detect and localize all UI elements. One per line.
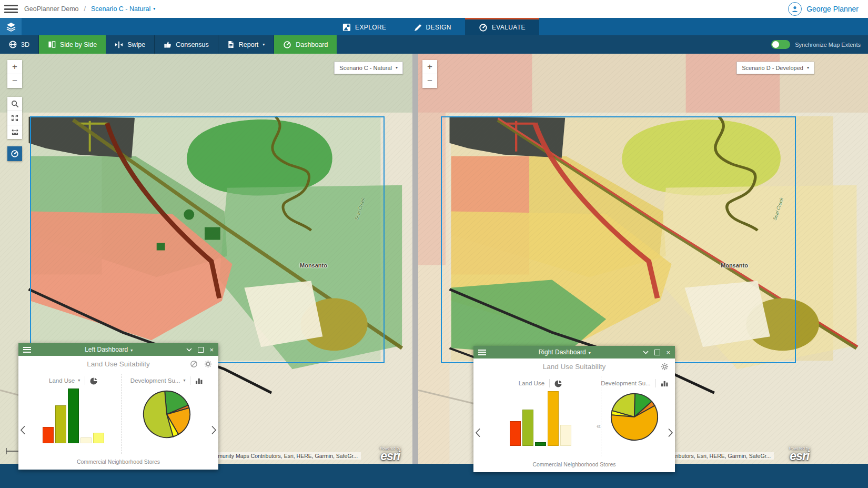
tab-evaluate[interactable]: EVALUATE bbox=[465, 18, 539, 35]
carousel-collapse-icon[interactable]: « bbox=[597, 422, 601, 430]
chevron-down-icon: ▾ bbox=[130, 348, 133, 353]
land-use-widget: Land Use bbox=[480, 374, 601, 459]
tab-design-label: DESIGN bbox=[426, 24, 451, 31]
left-map-tools bbox=[7, 97, 22, 139]
person-icon bbox=[791, 5, 799, 13]
development-suitability-pie-chart bbox=[610, 392, 659, 442]
evaluate-toolbar: 3D Side by Side Swipe Consensus Report ▾… bbox=[0, 35, 868, 54]
right-zoom-controls: + − bbox=[422, 60, 437, 88]
measure-icon bbox=[11, 128, 19, 136]
panel-menu-icon[interactable] bbox=[23, 347, 31, 353]
search-button[interactable] bbox=[7, 97, 22, 111]
widget-divider bbox=[122, 374, 122, 454]
measure-button[interactable] bbox=[7, 125, 22, 139]
layers-button[interactable] bbox=[0, 18, 22, 35]
carousel-next-icon[interactable] bbox=[211, 425, 217, 435]
esri-logo[interactable]: Powered by esri bbox=[380, 446, 401, 463]
tab-design[interactable]: DESIGN bbox=[400, 18, 465, 35]
chart-footer-label: Commercial Neighborhood Stores bbox=[18, 456, 218, 470]
right-panel-charts: Land Use « Development Su... bbox=[473, 374, 675, 459]
collapse-icon[interactable] bbox=[643, 351, 649, 354]
gauge-icon bbox=[11, 150, 19, 158]
land-use-bar-chart bbox=[43, 389, 104, 443]
carousel-prev-icon[interactable] bbox=[475, 428, 481, 437]
maximize-icon[interactable] bbox=[198, 347, 204, 353]
dashboard-toggle-button[interactable] bbox=[7, 146, 22, 161]
land-use-selector[interactable]: Land Use bbox=[519, 380, 544, 386]
chart-footer-label: Commercial Neighborhood Stores bbox=[473, 459, 675, 472]
tab-evaluate-label: EVALUATE bbox=[492, 24, 526, 31]
development-suitability-selector[interactable]: Development Su... bbox=[130, 377, 180, 384]
left-dashboard-title: Left Dashboard bbox=[85, 346, 128, 353]
hamburger-menu-icon[interactable] bbox=[4, 5, 18, 13]
tab-explore[interactable]: EXPLORE bbox=[329, 18, 400, 35]
chevron-down-icon: ▾ bbox=[153, 7, 155, 11]
swipe-button-label: Swipe bbox=[127, 41, 145, 48]
zoom-in-button[interactable]: + bbox=[422, 60, 437, 74]
left-zoom-controls: + − bbox=[7, 60, 22, 88]
land-use-widget: Land Use ▾ bbox=[25, 372, 122, 456]
bar-chart-icon[interactable] bbox=[195, 377, 203, 384]
development-suitability-widget: Development Su... bbox=[601, 374, 668, 459]
right-dashboard-header[interactable]: Right Dashboard▾ × bbox=[473, 346, 675, 358]
3d-button[interactable]: 3D bbox=[0, 35, 39, 54]
left-dashboard-title-menu[interactable]: Left Dashboard▾ bbox=[31, 346, 186, 353]
side-by-side-label: Side by Side bbox=[60, 41, 97, 48]
close-icon[interactable]: × bbox=[209, 346, 214, 353]
user-menu[interactable]: George Planner bbox=[788, 2, 868, 16]
scenario-breadcrumb-menu[interactable]: Scenario C - Natural ▾ bbox=[91, 5, 155, 13]
app-title: GeoPlanner Demo bbox=[24, 5, 79, 13]
carousel-prev-icon[interactable] bbox=[20, 425, 26, 435]
dashboard-button[interactable]: Dashboard bbox=[274, 35, 337, 54]
right-scenario-selector[interactable]: Scenario D - Developed ▾ bbox=[736, 62, 814, 74]
sync-extents-toggle[interactable] bbox=[771, 40, 790, 49]
esri-logo[interactable]: Powered by esri bbox=[789, 446, 810, 463]
left-panel-title-row: Land Use Suitability bbox=[18, 356, 218, 372]
left-dashboard-header[interactable]: Left Dashboard▾ × bbox=[18, 343, 218, 356]
globe-icon bbox=[9, 41, 17, 48]
consensus-button-label: Consensus bbox=[176, 41, 209, 48]
gauge-icon bbox=[479, 23, 488, 32]
right-panel-title-row: Land Use Suitability bbox=[473, 358, 675, 374]
right-dashboard-panel: Right Dashboard▾ × Land Use Suitability bbox=[473, 346, 675, 472]
close-icon[interactable]: × bbox=[666, 349, 670, 356]
development-suitability-selector[interactable]: Development Su... bbox=[601, 380, 651, 386]
place-label: Monsanto bbox=[721, 262, 748, 268]
bar-chart-icon[interactable] bbox=[661, 380, 669, 387]
zoom-out-button[interactable]: − bbox=[7, 74, 22, 88]
side-by-side-button[interactable]: Side by Side bbox=[39, 35, 106, 54]
full-extent-button[interactable] bbox=[7, 111, 22, 125]
development-suitability-widget: Development Su... ▾ bbox=[122, 372, 211, 456]
sync-extents-control: Synchronize Map Extents bbox=[771, 35, 868, 54]
esri-wordmark: esri bbox=[789, 450, 810, 462]
left-scenario-value: Scenario C - Natural bbox=[339, 65, 392, 71]
zoom-in-button[interactable]: + bbox=[7, 60, 22, 74]
land-use-selector[interactable]: Land Use bbox=[49, 377, 75, 384]
zoom-out-button[interactable]: − bbox=[422, 74, 437, 88]
map-pane-divider[interactable] bbox=[412, 54, 418, 464]
consensus-button[interactable]: Consensus bbox=[155, 35, 218, 54]
swipe-icon bbox=[115, 41, 123, 48]
pie-chart-icon[interactable] bbox=[90, 377, 98, 385]
left-dashboard-toggle bbox=[7, 146, 22, 161]
breadcrumb-separator: / bbox=[84, 5, 86, 13]
maximize-icon[interactable] bbox=[654, 350, 660, 355]
right-dashboard-title-menu[interactable]: Right Dashboard▾ bbox=[486, 348, 643, 356]
gear-icon[interactable] bbox=[204, 360, 212, 368]
layers-icon bbox=[6, 22, 16, 32]
carousel-next-icon[interactable] bbox=[668, 428, 673, 437]
pie-chart-icon[interactable] bbox=[554, 380, 562, 387]
dashboard-button-label: Dashboard bbox=[296, 41, 328, 48]
land-use-bar-chart bbox=[510, 391, 571, 446]
collapse-icon[interactable] bbox=[186, 348, 192, 352]
left-scenario-selector[interactable]: Scenario C - Natural ▾ bbox=[334, 62, 403, 74]
chevron-down-icon: ▾ bbox=[78, 379, 80, 383]
swipe-button[interactable]: Swipe bbox=[106, 35, 155, 54]
thumbs-up-icon bbox=[164, 41, 171, 48]
chart-group-title: Land Use Suitability bbox=[87, 360, 149, 368]
panel-menu-icon[interactable] bbox=[478, 350, 486, 355]
gear-icon[interactable] bbox=[661, 363, 669, 371]
mode-tabs: EXPLORE DESIGN EVALUATE bbox=[329, 18, 539, 35]
report-button[interactable]: Report ▾ bbox=[218, 35, 275, 54]
hide-layer-icon[interactable] bbox=[190, 360, 198, 368]
